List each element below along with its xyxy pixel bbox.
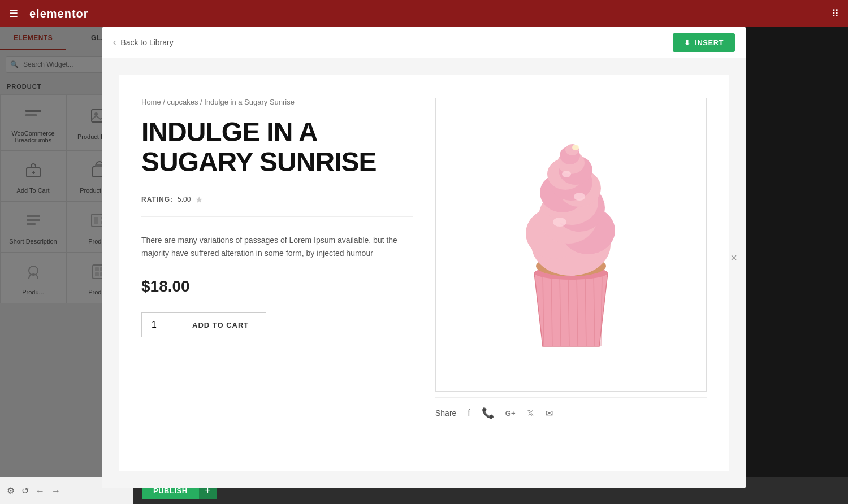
cart-row: ADD TO CART <box>141 312 413 337</box>
share-googleplus-icon[interactable]: G+ <box>505 409 516 418</box>
logo-text: elementor <box>29 7 89 20</box>
product-right: Share f 📞 G+ 𝕏 ✉ <box>435 98 707 448</box>
share-row: Share f 📞 G+ 𝕏 ✉ <box>435 397 707 419</box>
svg-point-46 <box>553 218 566 227</box>
svg-point-47 <box>574 193 585 201</box>
product-image-box <box>435 98 707 392</box>
share-label: Share <box>435 409 456 418</box>
top-bar: ☰ elementor ⠿ <box>0 0 848 27</box>
rating-row: RATING: 5.00 ★ <box>141 194 413 217</box>
share-facebook-icon[interactable]: f <box>468 408 470 418</box>
undo-icon[interactable]: ← <box>36 486 45 496</box>
settings-icon[interactable]: ⚙ <box>7 485 15 496</box>
svg-point-48 <box>562 171 571 177</box>
modal-close-button[interactable]: × <box>730 252 737 263</box>
quantity-input[interactable] <box>141 312 175 337</box>
insert-icon: ⬇ <box>684 38 691 47</box>
share-twitter-icon[interactable]: 𝕏 <box>527 408 534 419</box>
product-image-svg <box>481 109 661 380</box>
product-title: INDULGE IN A SUGARY SUNRISE <box>141 118 413 177</box>
rating-label: RATING: <box>141 195 173 203</box>
modal-body: Home / cupcakes / Indulge in a Sugary Su… <box>102 58 746 488</box>
modal-overlay: ‹ Back to Library ⬇ INSERT × Home / cupc… <box>0 27 848 477</box>
modal-header: ‹ Back to Library ⬇ INSERT × <box>102 27 746 58</box>
modal: ‹ Back to Library ⬇ INSERT × Home / cupc… <box>102 27 746 488</box>
add-to-cart-button[interactable]: ADD TO CART <box>175 312 266 337</box>
rating-star-icon: ★ <box>195 194 203 205</box>
svg-point-49 <box>572 145 579 150</box>
share-whatsapp-icon[interactable]: 📞 <box>482 407 494 419</box>
share-email-icon[interactable]: ✉ <box>546 408 553 419</box>
product-left: Home / cupcakes / Indulge in a Sugary Su… <box>141 98 413 448</box>
breadcrumb: Home / cupcakes / Indulge in a Sugary Su… <box>141 98 413 106</box>
insert-label: INSERT <box>695 38 724 47</box>
back-to-library-link[interactable]: ‹ Back to Library <box>113 37 174 47</box>
insert-button[interactable]: ⬇ INSERT <box>673 33 735 52</box>
product-description: There are many variations of passages of… <box>141 234 413 261</box>
product-price: $18.00 <box>141 277 413 296</box>
back-label: Back to Library <box>120 38 173 47</box>
product-preview: Home / cupcakes / Indulge in a Sugary Su… <box>119 75 729 471</box>
redo-icon[interactable]: → <box>51 486 60 496</box>
grid-icon[interactable]: ⠿ <box>832 7 839 20</box>
rating-value: 5.00 <box>178 195 191 203</box>
back-arrow-icon: ‹ <box>113 37 116 47</box>
history-icon[interactable]: ↺ <box>21 485 29 496</box>
hamburger-icon[interactable]: ☰ <box>9 7 18 20</box>
